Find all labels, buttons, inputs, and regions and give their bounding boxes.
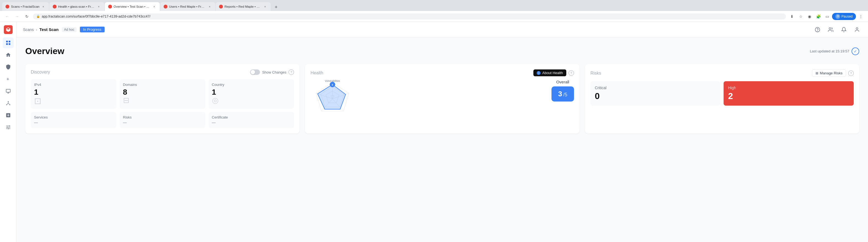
high-label: High	[728, 85, 849, 90]
discovery-help-icon[interactable]: ?	[288, 69, 294, 75]
score-denom: /5	[563, 92, 567, 98]
url-text: app.fractalscan.com/surface/0f7bbc9e-e71…	[42, 14, 150, 19]
reload-button[interactable]: ↻	[23, 12, 31, 20]
risks-help-icon[interactable]: ?	[848, 71, 854, 76]
discovery-actions: Show Changes ?	[250, 69, 294, 75]
paused-button[interactable]: O Paused	[832, 13, 856, 20]
risks-grid: Critical 0 High 2	[590, 81, 854, 106]
svg-point-5	[8, 101, 8, 102]
sidebar-item-add[interactable]	[3, 110, 14, 121]
tab-users[interactable]: Users • Red Maple • FractalSc... ×	[160, 2, 215, 11]
about-health-button[interactable]: i About Health	[533, 69, 566, 76]
tab-label-2: Health • glass-scan • FractalS...	[58, 5, 95, 8]
country-value: 1	[212, 88, 291, 97]
logo-icon	[5, 27, 11, 32]
overall-container: Overall 3 /5	[552, 79, 574, 102]
check-icon[interactable]: ✓	[851, 47, 859, 55]
sidebar-item-tools[interactable]	[3, 122, 14, 133]
grid-icon	[5, 40, 11, 45]
paused-label: Paused	[841, 14, 852, 19]
scans-link[interactable]: Scans	[23, 28, 34, 32]
forward-button[interactable]: →	[13, 12, 21, 20]
sidebar: ✳	[0, 22, 17, 242]
sidebar-item-star[interactable]: ✳	[3, 73, 14, 84]
health-title: Health	[310, 71, 323, 75]
tab-reports[interactable]: Reports • Red Maple • FractalS... ×	[216, 2, 271, 11]
overview-title: Overview	[25, 46, 64, 56]
tab-scans[interactable]: Scans • FractalScan ×	[2, 2, 49, 11]
browser-actions: ⬇ ☆ ◉ 🧩 ▭ O Paused ⋮	[788, 12, 865, 20]
sidebar-item-home[interactable]	[3, 49, 14, 60]
bell-icon	[841, 27, 846, 32]
show-changes-toggle[interactable]	[250, 69, 260, 75]
risks-card: Risks ⊞ Manage Risks ? Crit	[585, 64, 859, 134]
browser-chrome: Scans • FractalScan × Health • glass-sca…	[0, 0, 868, 22]
lock-icon: 🔒	[36, 14, 40, 18]
ipv4-icon: ⊡	[34, 97, 113, 105]
svg-text:6: 6	[332, 83, 333, 86]
main-inner: Overview Last updated at 15:19:57 ✓ Disc…	[17, 37, 868, 142]
star-icon[interactable]: ☆	[797, 12, 805, 20]
high-value: 2	[728, 91, 849, 101]
risks-actions: ⊞ Manage Risks ?	[812, 69, 854, 77]
services-label: Services	[34, 115, 113, 119]
extensions-icon[interactable]: 🧩	[814, 12, 822, 20]
risks-card-header: Risks ⊞ Manage Risks ?	[590, 69, 854, 77]
question-icon	[815, 27, 820, 32]
svg-rect-3	[8, 43, 10, 45]
svg-point-10	[829, 28, 831, 29]
sidebar-item-shield[interactable]	[3, 62, 14, 72]
help-button[interactable]	[813, 25, 822, 34]
manage-risks-button[interactable]: ⊞ Manage Risks	[812, 69, 846, 77]
last-updated-text: Last updated at 15:19:57	[810, 49, 849, 53]
account-button[interactable]	[852, 25, 861, 34]
tab-close-2[interactable]: ×	[97, 4, 101, 9]
sidebar-item-network[interactable]	[3, 98, 14, 109]
manage-risks-grid-icon: ⊞	[815, 71, 818, 75]
score-value: 3	[558, 90, 562, 98]
svg-rect-0	[6, 41, 8, 42]
status-badge: In Progress	[80, 27, 104, 32]
discovery-card-header: Discovery Show Changes ?	[31, 69, 294, 75]
monitor-icon	[5, 88, 11, 94]
notifications-button[interactable]	[839, 25, 848, 34]
page-header: Scans › Test Scan Ad hoc In Progress	[17, 22, 868, 37]
svg-rect-1	[8, 41, 10, 42]
download-icon[interactable]: ⬇	[788, 12, 796, 20]
menu-icon[interactable]: ⋮	[857, 12, 865, 20]
discovery-item-certificate: Certificate —	[209, 112, 294, 128]
home-icon	[5, 52, 11, 58]
network-icon	[5, 100, 11, 106]
domains-value: 8	[123, 88, 202, 97]
profile-icon[interactable]: ◉	[806, 12, 813, 20]
tab-health[interactable]: Health • glass-scan • FractalS... ×	[50, 2, 104, 11]
tab-close-5[interactable]: ×	[263, 4, 267, 9]
url-bar[interactable]: 🔒 app.fractalscan.com/surface/0f7bbc9e-e…	[33, 13, 786, 20]
country-label: Country	[212, 82, 291, 87]
tab-overview[interactable]: Overview • Test Scan • Frac... ×	[105, 2, 160, 11]
page-title: Test Scan	[39, 27, 59, 32]
tab-close-1[interactable]: ×	[41, 4, 45, 9]
main-content: Overview Last updated at 15:19:57 ✓ Disc…	[17, 37, 868, 242]
tab-favicon-5	[219, 5, 223, 8]
health-help-icon[interactable]: ?	[568, 70, 574, 76]
sidebar-item-monitor[interactable]	[3, 85, 14, 97]
back-button[interactable]: ←	[3, 12, 11, 20]
users-button[interactable]	[826, 25, 835, 34]
health-card: Health i About Health ?	[305, 64, 579, 134]
breadcrumb-separator: ›	[36, 28, 37, 32]
tab-favicon-4	[164, 5, 167, 8]
domains-icon: ⊟	[123, 97, 202, 104]
asterisk-icon: ✳	[5, 76, 11, 82]
discovery-item-risks: Risks —	[120, 112, 205, 128]
risk-item-high: High 2	[723, 81, 854, 106]
ipv4-value: 1	[34, 88, 113, 97]
adhoc-badge: Ad hoc	[62, 27, 76, 32]
tab-close-3[interactable]: ×	[152, 4, 156, 9]
split-screen-icon[interactable]: ▭	[823, 12, 831, 20]
sidebar-item-dashboard[interactable]	[3, 37, 14, 48]
new-tab-button[interactable]: +	[272, 3, 280, 11]
address-bar: ← → ↻ 🔒 app.fractalscan.com/surface/0f7b…	[0, 11, 868, 22]
app-logo[interactable]	[4, 25, 12, 34]
tab-close-4[interactable]: ×	[208, 4, 212, 9]
